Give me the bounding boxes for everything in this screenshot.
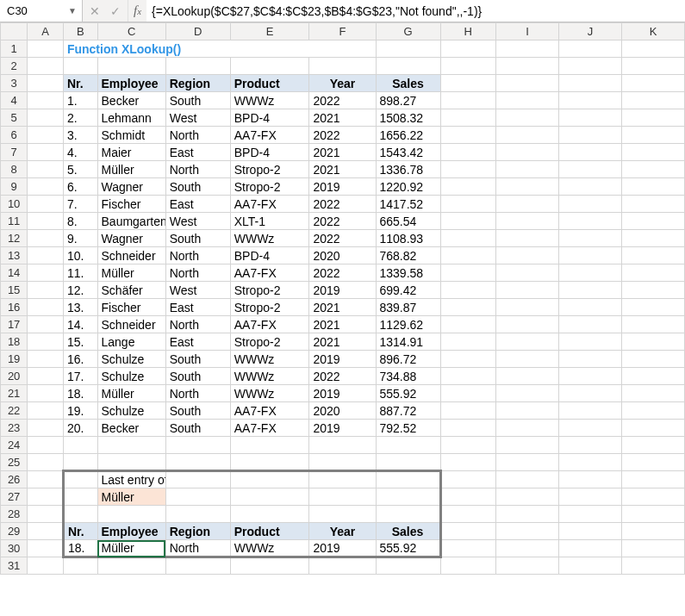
table-header-reg[interactable]: Region xyxy=(165,75,230,92)
cell-I13[interactable] xyxy=(496,247,559,264)
table-row[interactable]: West xyxy=(165,109,230,127)
cell-G27[interactable] xyxy=(376,488,440,506)
table-row[interactable]: 3. xyxy=(63,127,97,144)
cell-K4[interactable] xyxy=(621,92,684,109)
cell-G24[interactable] xyxy=(376,437,440,454)
cell-I30[interactable] xyxy=(496,540,559,557)
cell-K15[interactable] xyxy=(621,282,684,299)
cell-G31[interactable] xyxy=(376,557,440,575)
table-header-sales[interactable]: Sales xyxy=(376,75,440,92)
confirm-icon[interactable]: ✓ xyxy=(110,4,121,18)
row-header-20[interactable]: 20 xyxy=(1,368,28,385)
row-header-13[interactable]: 13 xyxy=(1,247,28,264)
table-row[interactable]: 734.88 xyxy=(376,368,440,385)
table-row[interactable]: 2022 xyxy=(309,92,376,109)
cell-H16[interactable] xyxy=(440,299,496,316)
cell-E2[interactable] xyxy=(230,58,309,75)
cell-H11[interactable] xyxy=(440,213,496,230)
cell-B24[interactable] xyxy=(63,437,97,454)
table-row[interactable]: AA7-FX xyxy=(230,402,309,420)
cell-I23[interactable] xyxy=(496,420,559,437)
cell-I6[interactable] xyxy=(496,127,559,144)
cell-C2[interactable] xyxy=(97,58,165,75)
table-row[interactable]: WWWz xyxy=(230,230,309,247)
cell-A14[interactable] xyxy=(28,264,64,282)
table-row[interactable]: WWWz xyxy=(230,351,309,368)
cell-J1[interactable] xyxy=(559,40,622,58)
cell-A16[interactable] xyxy=(28,299,64,316)
table-row[interactable]: 16. xyxy=(63,351,97,368)
table-row[interactable]: East xyxy=(165,299,230,316)
cell-J21[interactable] xyxy=(559,385,622,402)
cell-A13[interactable] xyxy=(28,247,64,264)
row-header-7[interactable]: 7 xyxy=(1,144,28,161)
cell-F25[interactable] xyxy=(309,454,376,471)
table-row[interactable]: North xyxy=(165,316,230,333)
row-header-25[interactable]: 25 xyxy=(1,454,28,471)
cell-A26[interactable] xyxy=(28,471,64,488)
cell-G28[interactable] xyxy=(376,506,440,523)
cell-H23[interactable] xyxy=(440,420,496,437)
table-row[interactable]: 896.72 xyxy=(376,351,440,368)
cell-H7[interactable] xyxy=(440,144,496,161)
active-cell[interactable]: Müller xyxy=(97,540,165,557)
cell-K12[interactable] xyxy=(621,230,684,247)
table-row[interactable]: 2021 xyxy=(309,161,376,178)
table-row[interactable]: 5. xyxy=(63,161,97,178)
cell-J9[interactable] xyxy=(559,178,622,196)
table-row[interactable]: 7. xyxy=(63,196,97,213)
cell-K2[interactable] xyxy=(621,58,684,75)
cell-A25[interactable] xyxy=(28,454,64,471)
table-row[interactable]: 555.92 xyxy=(376,385,440,402)
cell-K1[interactable] xyxy=(621,40,684,58)
cell-A2[interactable] xyxy=(28,58,64,75)
cell-K16[interactable] xyxy=(621,299,684,316)
cell-H22[interactable] xyxy=(440,402,496,420)
row-header-29[interactable]: 29 xyxy=(1,523,28,540)
cell-D2[interactable] xyxy=(165,58,230,75)
cell-J18[interactable] xyxy=(559,333,622,351)
cell-F31[interactable] xyxy=(309,557,376,575)
cell-H2[interactable] xyxy=(440,58,496,75)
col-header-C[interactable]: C xyxy=(97,23,165,40)
row-header-28[interactable]: 28 xyxy=(1,506,28,523)
table-row[interactable]: 12. xyxy=(63,282,97,299)
table-row[interactable]: East xyxy=(165,333,230,351)
lookup-label[interactable]: Last entry of: xyxy=(97,471,165,488)
table-row[interactable]: Stropo-2 xyxy=(230,178,309,196)
table-row[interactable]: 2020 xyxy=(309,402,376,420)
cell-H18[interactable] xyxy=(440,333,496,351)
cell-I5[interactable] xyxy=(496,109,559,127)
col-header-J[interactable]: J xyxy=(559,23,622,40)
result-header-reg[interactable]: Region xyxy=(165,523,230,540)
cell-J31[interactable] xyxy=(559,557,622,575)
cell-C24[interactable] xyxy=(97,437,165,454)
table-row[interactable]: 2019 xyxy=(309,178,376,196)
table-row[interactable]: 4. xyxy=(63,144,97,161)
cell-K27[interactable] xyxy=(621,488,684,506)
table-row[interactable]: 792.52 xyxy=(376,420,440,437)
cell-G26[interactable] xyxy=(376,471,440,488)
cell-B30[interactable]: 18. xyxy=(63,540,97,557)
cell-A15[interactable] xyxy=(28,282,64,299)
table-row[interactable]: Schäfer xyxy=(97,282,165,299)
table-row[interactable]: 1220.92 xyxy=(376,178,440,196)
cell-A1[interactable] xyxy=(28,40,64,58)
cell-A11[interactable] xyxy=(28,213,64,230)
cell-A12[interactable] xyxy=(28,230,64,247)
row-header-30[interactable]: 30 xyxy=(1,540,28,557)
table-row[interactable]: South xyxy=(165,351,230,368)
col-header-H[interactable]: H xyxy=(440,23,496,40)
row-header-3[interactable]: 3 xyxy=(1,75,28,92)
cell-A20[interactable] xyxy=(28,368,64,385)
cell-A3[interactable] xyxy=(28,75,64,92)
table-row[interactable]: 2019 xyxy=(309,351,376,368)
table-row[interactable]: AA7-FX xyxy=(230,420,309,437)
table-row[interactable]: 2022 xyxy=(309,264,376,282)
row-header-23[interactable]: 23 xyxy=(1,420,28,437)
cell-C28[interactable] xyxy=(97,506,165,523)
table-row[interactable]: 2022 xyxy=(309,368,376,385)
table-row[interactable]: Müller xyxy=(97,161,165,178)
row-header-12[interactable]: 12 xyxy=(1,230,28,247)
cell-J17[interactable] xyxy=(559,316,622,333)
